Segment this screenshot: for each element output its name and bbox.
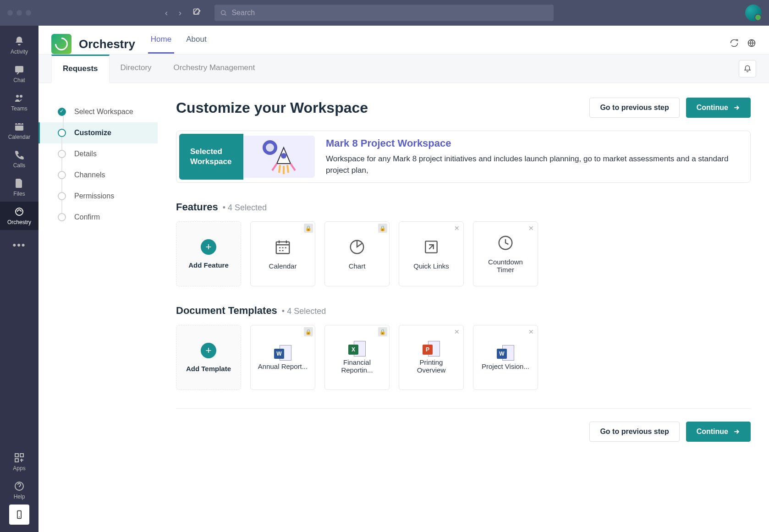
window-controls[interactable]	[7, 10, 31, 16]
svg-rect-5	[15, 123, 23, 131]
step-dot-icon	[58, 192, 66, 200]
subtab-requests[interactable]: Requests	[51, 55, 110, 83]
plus-icon: +	[201, 239, 216, 255]
chat-icon	[14, 64, 25, 75]
file-icon	[14, 178, 25, 189]
calendar-icon	[274, 238, 291, 256]
rail-mobile-button[interactable]	[9, 505, 29, 525]
rail-help[interactable]: Help	[0, 476, 38, 505]
clock-icon	[497, 234, 514, 252]
compose-button[interactable]	[187, 4, 207, 22]
tab-about[interactable]: About	[183, 35, 209, 54]
rail-label: Calendar	[0, 134, 38, 140]
workspace-description: Workspace for any Mark 8 project initiat…	[326, 153, 736, 176]
rail-calendar[interactable]: Calendar	[0, 116, 38, 145]
feature-countdown[interactable]: ✕ Countdown Timer	[473, 221, 538, 286]
card-label: Project Vision...	[482, 362, 529, 370]
step-select-workspace[interactable]: Select Workspace	[38, 101, 158, 122]
rail-chat[interactable]: Chat	[0, 60, 38, 88]
rail-orchestry[interactable]: Orchestry	[0, 202, 38, 230]
step-channels[interactable]: Channels	[38, 165, 158, 186]
step-dot-icon	[58, 213, 66, 221]
tab-home[interactable]: Home	[148, 35, 174, 54]
rail-activity[interactable]: Activity	[0, 31, 38, 60]
remove-icon[interactable]: ✕	[527, 327, 536, 336]
template-printing-overview[interactable]: ✕ P Printing Overview	[399, 325, 464, 390]
feature-quick-links[interactable]: ✕ Quick Links	[399, 221, 464, 286]
refresh-button[interactable]	[730, 38, 739, 49]
search-input[interactable]	[231, 9, 548, 17]
rail-label: Activity	[0, 49, 38, 55]
step-label: Select Workspace	[74, 108, 133, 116]
phone-icon	[14, 149, 25, 160]
subtab-management[interactable]: Orchestry Management	[163, 55, 266, 82]
remove-icon[interactable]: ✕	[527, 224, 536, 233]
nav-forward-button[interactable]: ›	[173, 5, 187, 22]
card-label: Annual Report...	[258, 362, 308, 370]
selected-badge: Selected Workspace	[179, 134, 243, 180]
templates-heading: Document Templates	[176, 305, 277, 317]
features-count: 4 Selected	[223, 203, 267, 213]
app-nav: Home About	[148, 35, 209, 54]
help-icon	[14, 481, 25, 492]
add-template-label: Add Template	[186, 365, 231, 373]
svg-point-15	[281, 153, 286, 159]
step-dot-icon	[58, 171, 66, 179]
rail-label: Teams	[0, 105, 38, 112]
svg-point-1	[221, 11, 225, 15]
feature-calendar[interactable]: 🔒 Calendar	[250, 221, 315, 286]
remove-icon[interactable]: ✕	[452, 327, 461, 336]
notifications-button[interactable]	[739, 60, 756, 77]
step-details[interactable]: Details	[38, 143, 158, 165]
add-template-card[interactable]: + Add Template	[176, 325, 241, 390]
globe-button[interactable]	[747, 38, 756, 49]
remove-icon[interactable]: ✕	[452, 224, 461, 233]
subtab-directory[interactable]: Directory	[110, 55, 163, 82]
svg-rect-7	[15, 454, 18, 457]
user-avatar[interactable]	[745, 5, 762, 21]
template-financial-reporting[interactable]: 🔒 X Financial Reportin...	[324, 325, 390, 390]
step-label: Details	[74, 150, 97, 158]
continue-button[interactable]: Continue	[686, 98, 751, 118]
add-feature-card[interactable]: + Add Feature	[176, 221, 241, 286]
previous-step-button-bottom[interactable]: Go to previous step	[589, 422, 679, 442]
svg-rect-2	[15, 66, 23, 72]
rail-more[interactable]: •••	[0, 230, 38, 260]
step-permissions[interactable]: Permissions	[38, 186, 158, 207]
step-label: Channels	[74, 171, 105, 179]
step-customize[interactable]: Customize	[38, 122, 158, 143]
svg-rect-11	[17, 511, 21, 519]
card-label: Quick Links	[413, 262, 449, 270]
rail-label: Orchestry	[0, 219, 38, 225]
card-label: Calendar	[269, 262, 297, 270]
workspace-thumbnail	[243, 136, 315, 178]
feature-chart[interactable]: 🔒 Chart	[324, 221, 390, 286]
search-box[interactable]	[214, 5, 554, 21]
card-label: Countdown Timer	[479, 258, 532, 274]
step-dot-icon	[58, 129, 66, 137]
nav-back-button[interactable]: ‹	[159, 5, 173, 22]
step-confirm[interactable]: Confirm	[38, 207, 158, 228]
plus-icon: +	[201, 343, 216, 358]
rail-label: Apps	[0, 465, 38, 472]
lock-icon: 🔒	[304, 224, 313, 233]
continue-button-bottom[interactable]: Continue	[686, 422, 751, 442]
rocket-icon	[256, 138, 302, 175]
orchestry-logo	[51, 34, 71, 54]
template-project-vision[interactable]: ✕ W Project Vision...	[473, 325, 538, 390]
previous-step-button[interactable]: Go to previous step	[589, 98, 679, 118]
svg-point-6	[16, 208, 23, 215]
search-icon	[220, 9, 227, 16]
step-dot-icon	[58, 150, 66, 158]
svg-point-4	[20, 95, 22, 98]
templates-section: Document Templates 4 Selected + Add Temp…	[176, 305, 751, 390]
template-annual-report[interactable]: 🔒 W Annual Report...	[250, 325, 315, 390]
excel-icon: X	[348, 341, 366, 358]
rail-teams[interactable]: Teams	[0, 88, 38, 116]
svg-point-14	[266, 143, 274, 152]
rail-files[interactable]: Files	[0, 173, 38, 202]
page-title: Customize your Workspace	[176, 99, 368, 116]
svg-point-3	[16, 95, 19, 98]
rail-apps[interactable]: Apps	[0, 448, 38, 476]
rail-calls[interactable]: Calls	[0, 145, 38, 173]
